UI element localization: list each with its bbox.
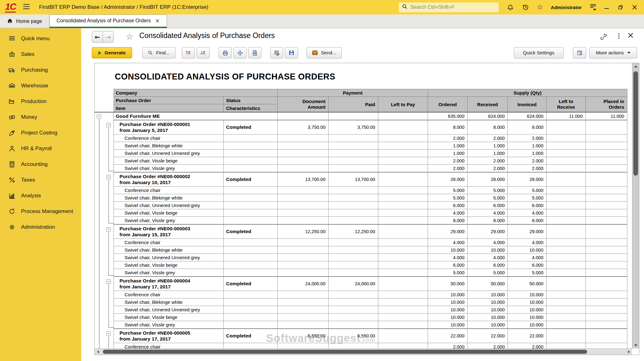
cell-document-amount[interactable] (278, 306, 329, 314)
cell-invoiced[interactable]: 10.000 (508, 291, 547, 298)
cell-left-to-receive[interactable] (547, 239, 586, 246)
cell-placed-in-orders[interactable] (586, 165, 627, 172)
cell-item-name[interactable]: Swivel chair, Vissle beige (114, 209, 224, 217)
item-row[interactable]: Conference chair5.0005.0005.000 (95, 187, 627, 194)
cell-ordered[interactable]: 29.000 (428, 224, 468, 239)
cell-left-to-receive[interactable] (547, 150, 586, 157)
cell-placed-in-orders[interactable] (586, 314, 627, 321)
cell-left-to-pay[interactable] (378, 224, 428, 239)
cell-received[interactable]: 10.000 (468, 306, 508, 314)
cell-left-to-pay[interactable] (378, 246, 428, 254)
cell-document-amount[interactable] (278, 261, 329, 269)
cell-received[interactable]: 10.000 (468, 314, 508, 321)
favorite-star-icon[interactable]: ☆ (126, 32, 133, 41)
more-menu-kebab-icon[interactable] (616, 32, 622, 41)
cell-document-amount[interactable] (278, 291, 329, 298)
cell-order-name[interactable]: Purchase Order #NE00-000005from January … (114, 329, 224, 343)
cell-ordered[interactable]: 5.000 (428, 194, 468, 202)
cell-paid[interactable]: 24,000.00 (329, 276, 378, 291)
cell-left-to-pay[interactable] (378, 142, 428, 150)
cell-received[interactable]: 1.000 (468, 142, 508, 150)
cell-order-name[interactable]: Purchase Order #NE00-000001from January … (114, 120, 224, 134)
cell-paid[interactable] (329, 246, 378, 254)
cell-left-to-pay[interactable] (378, 314, 428, 321)
cell-left-to-pay[interactable] (378, 306, 428, 314)
collapse-order-button[interactable] (106, 123, 111, 127)
item-row[interactable]: Swivel chair, Vissle beige4.0004.0004.00… (95, 209, 627, 217)
cell-placed-in-orders[interactable] (586, 329, 627, 343)
cell-placed-in-orders[interactable] (586, 120, 627, 134)
cell-ordered[interactable]: 6.000 (428, 261, 468, 269)
cell-placed-in-orders[interactable]: 11.000 (586, 112, 627, 120)
tab-consolidated-analysis[interactable]: Consolidated Analysis of Purchase Orders… (49, 14, 167, 28)
edit-table-icon-button[interactable] (270, 47, 283, 58)
cell-left-to-pay[interactable] (378, 112, 428, 120)
cell-document-amount[interactable] (278, 142, 329, 150)
cell-invoiced[interactable]: 28.000 (508, 172, 547, 187)
favorites-star-icon[interactable]: ☆ (537, 4, 543, 11)
cell-received[interactable]: 2.000 (468, 134, 508, 142)
cell-invoiced[interactable]: 1.000 (508, 142, 547, 150)
cell-ordered[interactable]: 10.000 (428, 314, 468, 321)
cell-ordered[interactable]: 4.000 (428, 254, 468, 261)
cell-item-name[interactable]: Conference chair (114, 239, 224, 246)
cell-item-name[interactable]: Swivel chair, Unnered Unnered grey (114, 150, 224, 157)
cell-document-amount[interactable] (278, 246, 329, 254)
cell-placed-in-orders[interactable] (586, 134, 627, 142)
cell-left-to-pay[interactable] (378, 150, 428, 157)
cell-invoiced[interactable]: 2.000 (508, 165, 547, 172)
collapse-order-button[interactable] (106, 175, 111, 179)
cell-placed-in-orders[interactable] (586, 343, 627, 348)
cell-left-to-pay[interactable] (378, 157, 428, 165)
cell-left-to-receive[interactable] (547, 120, 586, 134)
sidebar-item-hr-payroll[interactable]: HR & Payroll (0, 141, 81, 156)
cell-item-name[interactable]: Swivel chair, Vissle grey (114, 217, 224, 224)
cell-received[interactable]: 10.000 (468, 298, 508, 306)
item-row[interactable]: Swivel chair, Unnered Unnered grey4.0004… (95, 254, 627, 261)
cell-ordered[interactable]: 8.000 (428, 217, 468, 224)
cell-document-amount[interactable] (278, 134, 329, 142)
cell-document-amount[interactable]: 3,750.00 (278, 120, 329, 134)
cell-received[interactable]: 2.000 (468, 343, 508, 348)
vertical-scrollbar[interactable] (632, 63, 639, 348)
cell-invoiced[interactable]: 8.000 (508, 120, 547, 134)
sidebar-item-project-costing[interactable]: Project Costing (0, 125, 81, 141)
sidebar-item-accounting[interactable]: Accounting (0, 156, 81, 172)
expand-groups-button[interactable] (197, 47, 210, 58)
cell-left-to-pay[interactable] (378, 165, 428, 172)
cell-characteristics[interactable] (224, 306, 278, 314)
cell-left-to-pay[interactable] (378, 202, 428, 209)
print-preview-icon-button[interactable] (248, 47, 261, 58)
cell-left-to-pay[interactable] (378, 194, 428, 202)
order-row[interactable]: Purchase Order #NE00-000003from January … (95, 224, 627, 239)
cell-paid[interactable] (329, 298, 378, 306)
cell-received[interactable]: 8.000 (468, 120, 508, 134)
cell-characteristics[interactable] (224, 321, 278, 329)
item-row[interactable]: Conference chair4.0004.0004.000 (95, 239, 627, 246)
cell-placed-in-orders[interactable] (586, 142, 627, 150)
save-icon-button[interactable] (285, 47, 298, 58)
back-button[interactable]: ← (92, 31, 103, 43)
item-row[interactable]: Swivel chair, Vissle beige2.0002.0002.00… (95, 157, 627, 165)
order-row[interactable]: Purchase Order #NE00-000002from January … (95, 172, 627, 187)
cell-placed-in-orders[interactable] (586, 157, 627, 165)
cell-placed-in-orders[interactable] (586, 150, 627, 157)
cell-invoiced[interactable]: 10.000 (508, 246, 547, 254)
item-row[interactable]: Swivel chair, Blekinge white10.00010.000… (95, 246, 627, 254)
cell-left-to-receive[interactable] (547, 217, 586, 224)
cell-ordered[interactable]: 10.000 (428, 298, 468, 306)
cell-ordered[interactable]: 5.000 (428, 187, 468, 194)
cell-order-name[interactable]: Purchase Order #NE00-000003from January … (114, 224, 224, 239)
cell-document-amount[interactable] (278, 269, 329, 276)
cell-invoiced[interactable]: 5.000 (508, 269, 547, 276)
cell-left-to-receive[interactable] (547, 291, 586, 298)
order-row[interactable]: Purchase Order #NE00-000001from January … (95, 120, 627, 134)
sidebar-item-taxes[interactable]: Taxes (0, 172, 81, 188)
page-width-icon-button[interactable] (233, 47, 247, 58)
sidebar-item-process-management[interactable]: Process Management (0, 204, 81, 219)
cell-characteristics[interactable] (224, 150, 278, 157)
cell-item-name[interactable]: Conference chair (114, 134, 224, 142)
find-button[interactable]: Find... (142, 47, 175, 58)
notifications-bell-icon[interactable] (507, 4, 514, 11)
cell-placed-in-orders[interactable] (586, 217, 627, 224)
